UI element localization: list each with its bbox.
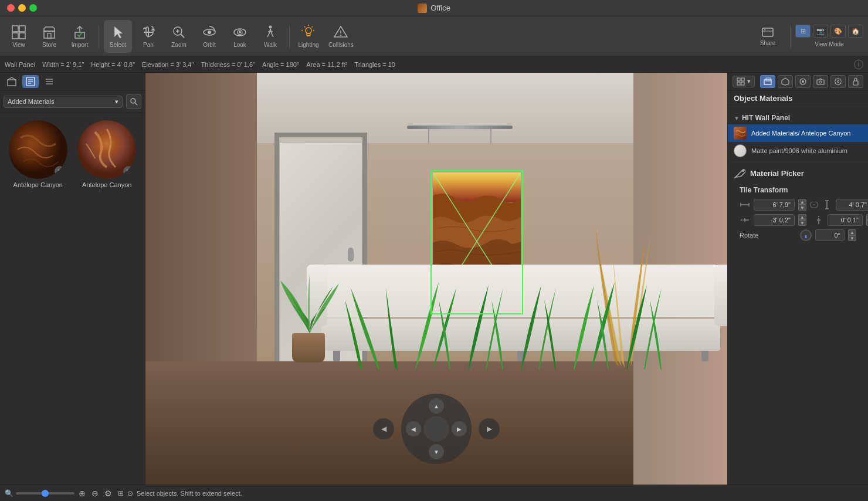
svg-rect-4 xyxy=(44,31,55,38)
nav-side-left-btn[interactable]: ◀ xyxy=(373,418,394,439)
svg-rect-56 xyxy=(817,80,824,84)
nav-side-right-btn[interactable]: ▶ xyxy=(479,418,500,439)
view-dropdown[interactable]: ▾ xyxy=(733,76,755,87)
rotate-dial[interactable] xyxy=(800,229,812,241)
nav-right-btn[interactable]: ▶ xyxy=(452,421,467,436)
app-icon xyxy=(418,4,427,13)
maximize-button[interactable] xyxy=(29,4,37,12)
right-toolbar-views: ▾ xyxy=(733,76,755,87)
nav-outer: ▲ ▼ ◀ ▶ xyxy=(401,394,472,464)
zoom-out-btn[interactable]: ⊖ xyxy=(90,488,100,499)
viewport[interactable]: ▲ ▼ ◀ ▶ ◀ ▶ xyxy=(145,73,727,485)
tool-lighting[interactable]: Lighting xyxy=(294,20,323,53)
nav-up-btn[interactable]: ▲ xyxy=(429,398,444,414)
filter-dropdown[interactable]: Added Materials ▾ xyxy=(4,96,123,108)
material-name-1: Antelope Canyon xyxy=(13,181,63,188)
pan-icon xyxy=(140,24,157,40)
material-item-1[interactable]: ✎ Antelope Canyon xyxy=(7,120,69,478)
material-list-item-1[interactable]: Matte paint/9006 white aluminium xyxy=(728,142,868,160)
material-thumb-solid-1 xyxy=(734,144,747,157)
right-camera-btn[interactable] xyxy=(813,75,828,88)
tool-collisions[interactable]: Collisions xyxy=(325,20,357,53)
rotate-down-btn[interactable]: ▼ xyxy=(848,235,856,241)
nav-ring: ▲ ▼ ◀ ▶ ◀ ▶ xyxy=(401,394,472,464)
info-icon[interactable]: i xyxy=(854,60,863,69)
left-panel: Added Materials ▾ xyxy=(0,73,145,485)
tool-zoom[interactable]: Zoom xyxy=(165,20,193,53)
tool-select[interactable]: Select xyxy=(104,20,132,53)
tool-look[interactable]: Look xyxy=(226,20,254,53)
svg-marker-58 xyxy=(835,78,842,85)
height-input[interactable] xyxy=(836,199,868,211)
vm-render-btn[interactable]: 🎨 xyxy=(830,25,846,38)
status-message-area: ⊞ ⊙ Select objects. Shift to extend sele… xyxy=(118,489,242,497)
tool-view[interactable]: View xyxy=(5,20,33,53)
svg-point-28 xyxy=(340,35,341,36)
width-up-btn[interactable]: ▲ xyxy=(798,199,806,205)
transform-width-row: ▲ ▼ ▲ ▼ xyxy=(740,199,856,211)
minimize-button[interactable] xyxy=(18,4,26,12)
right-ortho-btn[interactable] xyxy=(760,75,775,88)
object-materials-title: Object Materials xyxy=(728,90,868,107)
offset-x-stepper: ▲ ▼ xyxy=(798,214,806,226)
zoom-in-btn[interactable]: ⊕ xyxy=(77,488,87,499)
material-edit-btn-2[interactable]: ✎ xyxy=(123,166,134,177)
nav-left-btn[interactable]: ◀ xyxy=(406,421,421,436)
tile-transform-title: Tile Transform xyxy=(740,186,856,194)
svg-rect-1 xyxy=(19,26,25,32)
right-persp-btn[interactable] xyxy=(778,75,793,88)
link-icon xyxy=(810,199,818,211)
tool-import[interactable]: Import xyxy=(66,20,94,53)
right-panel: ▾ xyxy=(727,73,868,485)
panel-home-btn[interactable] xyxy=(4,75,20,88)
vm-camera-btn[interactable]: 📷 xyxy=(813,25,828,38)
material-edit-btn-1[interactable]: ✎ xyxy=(55,166,65,177)
rotate-up-btn[interactable]: ▲ xyxy=(848,229,856,235)
width-down-btn[interactable]: ▼ xyxy=(798,205,806,211)
svg-rect-2 xyxy=(12,33,18,39)
nav-down-btn[interactable]: ▼ xyxy=(429,444,444,459)
rotate-stepper: ▲ ▼ xyxy=(848,229,856,241)
svg-rect-48 xyxy=(741,78,744,81)
svg-line-24 xyxy=(304,26,306,28)
width-input[interactable] xyxy=(754,199,795,211)
vm-house-btn[interactable]: 🏠 xyxy=(848,25,863,38)
statusbar: 🔍 ⊕ ⊖ ⚙ ⊞ ⊙ Select objects. Shift to ext… xyxy=(0,485,868,501)
offset-y-input[interactable] xyxy=(828,214,863,226)
pan-label: Pan xyxy=(143,42,154,48)
material-list-item-0[interactable]: Added Materials/ Antelope Canyon xyxy=(728,124,868,142)
infobar-thickness: Thickness = 0' 1,6" xyxy=(201,61,255,68)
svg-rect-61 xyxy=(734,127,747,140)
tool-pan[interactable]: Pan xyxy=(134,20,162,53)
material-item-2[interactable]: ✎ Antelope Canyon xyxy=(76,120,138,478)
infobar-height: Height = 4' 0,8" xyxy=(91,61,135,68)
hit-wall-panel-title[interactable]: ▼ HIT Wall Panel xyxy=(728,109,868,124)
vm-grid-btn[interactable]: ⊞ xyxy=(795,25,811,38)
panel-list-btn[interactable] xyxy=(41,75,57,88)
svg-marker-53 xyxy=(782,78,789,85)
search-button[interactable] xyxy=(126,94,141,109)
right-settings-btn[interactable] xyxy=(830,75,846,88)
tool-walk[interactable]: Walk xyxy=(256,20,284,53)
look-icon xyxy=(232,24,248,40)
offset-x-down-btn[interactable]: ▼ xyxy=(798,220,806,226)
panel-edit-btn[interactable] xyxy=(22,75,39,88)
tool-store[interactable]: Store xyxy=(35,20,63,53)
offset-x-input[interactable] xyxy=(754,214,795,226)
tool-orbit[interactable]: Orbit xyxy=(195,20,223,53)
zoom-slider[interactable] xyxy=(16,492,74,495)
hit-wall-panel-section: ▼ HIT Wall Panel Added Materials/ Antelo… xyxy=(728,107,868,162)
close-button[interactable] xyxy=(7,4,15,12)
svg-point-18 xyxy=(269,26,272,29)
right-lock-btn[interactable] xyxy=(848,75,863,88)
main-toolbar: View Store Import Select Pan Zoom xyxy=(0,16,868,56)
svg-rect-51 xyxy=(764,80,771,84)
collisions-label: Collisions xyxy=(328,42,354,48)
right-render-btn[interactable] xyxy=(795,75,811,88)
settings-btn[interactable]: ⚙ xyxy=(103,488,113,499)
share-group[interactable]: Share xyxy=(750,20,785,53)
offset-x-up-btn[interactable]: ▲ xyxy=(798,214,806,220)
zoom-thumb[interactable] xyxy=(42,490,49,497)
rotate-input[interactable] xyxy=(815,229,845,241)
status-icon-1: ⊞ xyxy=(118,489,124,497)
